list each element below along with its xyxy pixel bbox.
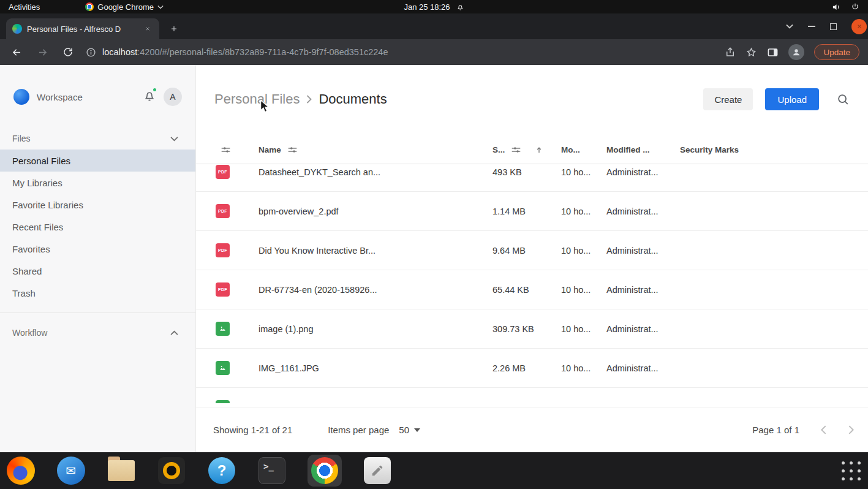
plus-icon <box>170 25 178 33</box>
bookmark-star-icon[interactable] <box>745 47 757 58</box>
tab-close-button[interactable] <box>142 23 153 34</box>
dock-item-terminal[interactable]: >_ <box>257 456 287 485</box>
dock-item-files[interactable] <box>107 456 136 485</box>
file-modified: 10 ho... <box>561 285 606 295</box>
image-file-icon <box>216 361 230 375</box>
sidebar-item-trash[interactable]: Trash <box>0 282 195 304</box>
file-name[interactable]: Did You Know Interactive Br... <box>259 246 492 256</box>
file-modified: 10 ho... <box>561 167 606 177</box>
notifications-bell-button[interactable] <box>143 89 156 105</box>
file-name[interactable]: IMG_1161.JPG <box>259 363 492 373</box>
forward-arrow-icon <box>37 47 48 58</box>
file-size: 309.73 KB <box>492 324 561 334</box>
site-info-icon[interactable] <box>86 47 96 58</box>
file-name[interactable]: DR-67734-en (2020-158926... <box>259 285 492 295</box>
main-content: Personal Files Documents Create Upload <box>196 65 868 452</box>
workspace-logo-icon[interactable] <box>13 89 29 105</box>
file-modified-by: Administrat... <box>606 285 680 295</box>
items-per-page-select[interactable]: 50 <box>399 425 420 435</box>
breadcrumb-personal-files-link[interactable]: Personal Files <box>214 91 300 107</box>
sidebar-item-shared[interactable]: Shared <box>0 260 195 282</box>
app-menu[interactable]: Google Chrome <box>85 2 164 12</box>
url-text: localhost:4200/#/personal-files/8b732a89… <box>102 47 388 57</box>
side-panel-icon[interactable] <box>767 47 779 58</box>
volume-icon[interactable] <box>832 2 841 12</box>
size-filter-icon[interactable] <box>511 146 521 154</box>
sidebar-divider <box>0 313 195 313</box>
dock-item-chrome[interactable] <box>308 455 342 487</box>
upload-button[interactable]: Upload <box>765 88 819 110</box>
table-row[interactable]: PDF Did You Know Interactive Br... 9.64 … <box>196 231 868 270</box>
sort-ascending-icon[interactable] <box>535 145 543 154</box>
table-row[interactable]: PDF DR-67734-en (2020-158926... 65.44 KB… <box>196 270 868 309</box>
table-row[interactable] <box>196 388 868 403</box>
create-button[interactable]: Create <box>703 88 753 110</box>
back-button[interactable] <box>9 44 25 60</box>
sidebar-item-recent-files[interactable]: Recent Files <box>0 216 195 238</box>
search-button[interactable] <box>836 93 850 106</box>
clock-area[interactable]: Jan 25 18:26 <box>404 2 464 12</box>
column-header-modified-by[interactable]: Modified ... <box>606 145 680 154</box>
column-label: Security Marks <box>680 145 739 154</box>
dock-item-text-editor[interactable] <box>363 456 392 485</box>
screen: Activities Google Chrome Jan 25 18:26 Pe… <box>0 0 868 489</box>
workflow-section-label: Workflow <box>12 328 47 338</box>
file-size: 2.26 MB <box>492 363 561 373</box>
window-restore-button[interactable] <box>830 23 837 30</box>
column-filter-icon[interactable] <box>221 146 231 154</box>
user-avatar[interactable]: A <box>164 88 182 106</box>
table-row[interactable]: PDF Datasheet_DYKT_Search an... 493 KB 1… <box>196 164 868 192</box>
dock-item-camera-app[interactable] <box>157 456 186 485</box>
forward-button[interactable] <box>34 44 50 60</box>
share-icon[interactable] <box>725 47 736 58</box>
sidebar-item-favorites[interactable]: Favorites <box>0 238 195 260</box>
chrome-update-button[interactable]: Update <box>814 44 859 60</box>
firefox-icon <box>7 457 35 485</box>
files-section-label: Files <box>12 134 31 143</box>
reload-button[interactable] <box>60 44 76 60</box>
next-page-button[interactable] <box>848 425 855 435</box>
dock-item-firefox[interactable] <box>6 456 36 485</box>
chrome-mini-icon <box>85 2 94 11</box>
dock-item-help[interactable]: ? <box>207 456 236 485</box>
sidebar-section-files[interactable]: Files <box>0 127 195 150</box>
browser-tab[interactable]: Personal Files - Alfresco D <box>6 18 159 39</box>
column-header-size[interactable]: S... <box>492 145 561 154</box>
dock-item-thunderbird-mail[interactable]: ✉ <box>56 456 86 485</box>
sidebar-item-my-libraries[interactable]: My Libraries <box>0 172 195 194</box>
alfresco-app: Workspace A Files Personal Files My Libr… <box>0 65 868 452</box>
browser-tab-strip: Personal Files - Alfresco D <box>0 13 868 39</box>
column-header-security-marks[interactable]: Security Marks <box>680 145 868 154</box>
window-close-button[interactable] <box>851 19 867 34</box>
file-name[interactable]: image (1).png <box>259 324 492 334</box>
file-name[interactable]: bpm-overview_2.pdf <box>259 207 492 216</box>
previous-page-button[interactable] <box>820 425 827 435</box>
file-modified: 10 ho... <box>561 324 606 334</box>
table-row[interactable]: IMG_1161.JPG 2.26 MB 10 ho... Administra… <box>196 349 868 388</box>
table-row[interactable]: PDF bpm-overview_2.pdf 1.14 MB 10 ho... … <box>196 192 868 231</box>
terminal-icon: >_ <box>259 457 285 484</box>
column-header-name[interactable]: Name <box>259 145 492 154</box>
column-label: S... <box>492 145 505 154</box>
tab-search-chevron-icon[interactable] <box>786 24 793 29</box>
close-icon <box>145 26 151 32</box>
show-applications-button[interactable] <box>842 461 861 480</box>
profile-avatar[interactable] <box>788 44 804 60</box>
name-filter-icon[interactable] <box>287 146 298 154</box>
sidebar-nav: Files Personal Files My Libraries Favori… <box>0 127 195 344</box>
help-icon: ? <box>208 457 235 484</box>
sidebar-section-workflow[interactable]: Workflow <box>0 322 195 344</box>
app-menu-label: Google Chrome <box>97 2 154 12</box>
activities-button[interactable]: Activities <box>5 2 43 12</box>
power-icon[interactable] <box>851 2 859 11</box>
page-indicator: Page 1 of 1 <box>752 425 799 435</box>
sidebar-item-personal-files[interactable]: Personal Files <box>0 150 195 172</box>
column-header-modified[interactable]: Mo... <box>561 145 606 154</box>
sidebar-item-favorite-libraries[interactable]: Favorite Libraries <box>0 194 195 216</box>
address-bar[interactable]: localhost:4200/#/personal-files/8b732a89… <box>86 47 715 58</box>
file-name[interactable]: Datasheet_DYKT_Search an... <box>259 167 492 177</box>
table-header: Name S... Mo... <box>196 136 868 164</box>
window-minimize-button[interactable] <box>808 26 815 27</box>
new-tab-button[interactable] <box>165 20 183 37</box>
table-row[interactable]: image (1).png 309.73 KB 10 ho... Adminis… <box>196 309 868 349</box>
